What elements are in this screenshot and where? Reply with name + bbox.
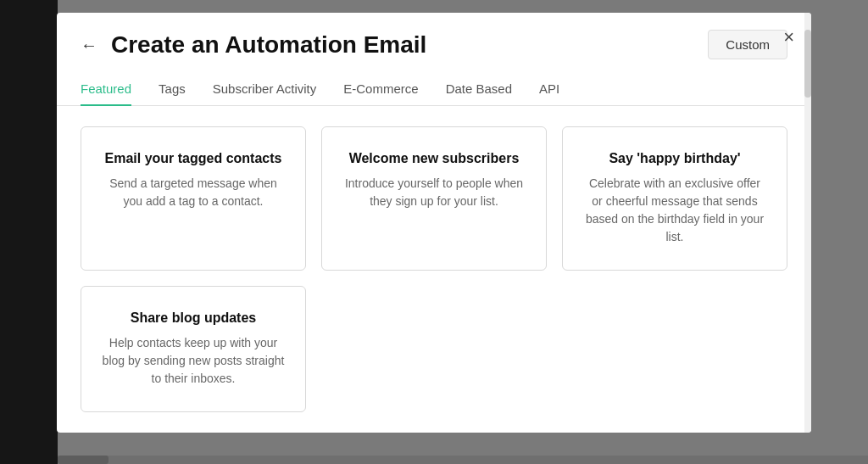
card-blog-desc: Help contacts keep up with your blog by … [102,334,285,388]
card-welcome[interactable]: Welcome new subscribers Introduce yourse… [321,126,547,271]
card-blog[interactable]: Share blog updates Help contacts keep up… [81,286,306,412]
card-birthday[interactable]: Say 'happy birthday' Celebrate with an e… [562,126,787,271]
modal-overlay: ← Create an Automation Email Custom × Fe… [0,0,868,464]
tab-date-based[interactable]: Date Based [446,73,512,106]
card-email-tagged[interactable]: Email your tagged contacts Send a target… [81,126,306,271]
card-birthday-desc: Celebrate with an exclusive offer or che… [583,175,766,246]
modal: ← Create an Automation Email Custom × Fe… [57,13,811,433]
tab-api[interactable]: API [539,73,559,106]
modal-body: Email your tagged contacts Send a target… [57,106,811,433]
cards-row-1: Email your tagged contacts Send a target… [81,126,787,271]
custom-button[interactable]: Custom [708,30,787,59]
card-welcome-desc: Introduce yourself to people when they s… [342,175,526,210]
modal-scrollbar[interactable] [804,13,811,433]
modal-header: ← Create an Automation Email Custom × [57,13,811,73]
back-button[interactable]: ← [81,36,97,53]
card-birthday-title: Say 'happy birthday' [583,151,766,166]
modal-title: Create an Automation Email [111,31,426,59]
modal-tabs: Featured Tags Subscriber Activity E-Comm… [57,73,811,106]
scrollbar-thumb[interactable] [804,30,811,98]
modal-title-row: ← Create an Automation Email [81,31,426,59]
cards-row-2: Share blog updates Help contacts keep up… [81,286,787,412]
card-email-tagged-desc: Send a targeted message when you add a t… [102,175,285,210]
close-button[interactable]: × [783,28,794,47]
tab-ecommerce[interactable]: E-Commerce [343,73,418,106]
tab-tags[interactable]: Tags [159,73,186,106]
card-blog-title: Share blog updates [102,310,285,326]
card-welcome-title: Welcome new subscribers [342,151,526,166]
tab-featured[interactable]: Featured [81,73,131,106]
tab-subscriber-activity[interactable]: Subscriber Activity [213,73,317,106]
card-email-tagged-title: Email your tagged contacts [102,151,285,166]
